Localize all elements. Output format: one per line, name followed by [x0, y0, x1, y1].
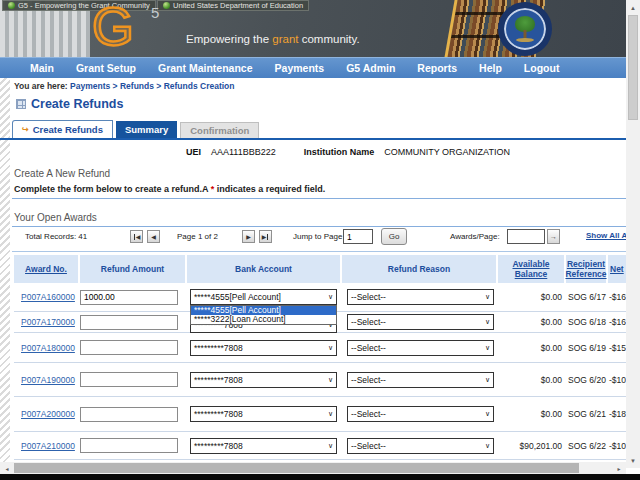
- column-header-available-balance[interactable]: Available Balance: [498, 255, 566, 283]
- jump-to-page-input[interactable]: [343, 229, 373, 244]
- awards-per-page-input[interactable]: [507, 229, 545, 244]
- tab-create-refunds[interactable]: ↪ Create Refunds: [12, 120, 113, 138]
- browser-tab-g5[interactable]: G5 - Empowering the Grant Community: [2, 0, 156, 11]
- go-arrow-icon: →: [550, 233, 557, 240]
- seal-mound: [516, 38, 534, 42]
- uei-label: UEI: [186, 147, 201, 157]
- refund-reason-select[interactable]: --Select-- ∨: [347, 406, 494, 422]
- bank-account-select[interactable]: *****4555[Pell Account] ∨: [190, 289, 337, 305]
- refund-amount-input[interactable]: [80, 290, 178, 305]
- chevron-down-icon: ∨: [328, 410, 333, 418]
- breadcrumb-separator: >: [110, 81, 117, 91]
- net-cell: -$18: [608, 397, 626, 431]
- refund-reason-select[interactable]: --Select-- ∨: [347, 372, 494, 388]
- show-all-awards-link[interactable]: Show All Aw: [586, 231, 626, 240]
- nav-item-payments[interactable]: Payments: [275, 62, 325, 74]
- breadcrumb-prefix: You are here:: [14, 81, 68, 91]
- browser-tab-doe-label: United States Department of Education: [173, 1, 303, 10]
- award-link[interactable]: P007A180000: [21, 343, 75, 353]
- refund-amount-input[interactable]: [80, 372, 178, 387]
- section-title-open-awards: Your Open Awards: [14, 212, 97, 223]
- horizontal-scrollbar[interactable]: ◂ ▸: [0, 462, 626, 474]
- grid-icon: [16, 99, 26, 109]
- bank-account-option[interactable]: *****3222[Loan Account]: [191, 315, 336, 324]
- column-header-net[interactable]: Net: [608, 255, 626, 283]
- refund-amount-input[interactable]: [80, 407, 178, 422]
- award-link[interactable]: P007A160000: [21, 292, 75, 302]
- chevron-down-icon: ∨: [485, 376, 490, 384]
- award-link[interactable]: P007A210000: [21, 441, 75, 451]
- net-cell: -$16: [608, 312, 626, 332]
- first-page-button[interactable]: ◀: [130, 230, 143, 243]
- last-page-button[interactable]: ▶: [259, 230, 272, 243]
- app-icon: [8, 2, 15, 9]
- total-records-label: Total Records: 41: [25, 232, 87, 241]
- column-header-recipient-reference[interactable]: Recipient Reference: [566, 255, 608, 283]
- tagline: Empowering the grant community.: [186, 33, 360, 45]
- page-indicator: Page 1 of 2: [177, 232, 218, 241]
- recipient-reference-cell: SOG 6/18: [566, 312, 608, 332]
- refund-amount-input[interactable]: [80, 340, 178, 355]
- chevron-down-icon: ∨: [328, 344, 333, 352]
- refund-amount-input[interactable]: [80, 315, 178, 330]
- divider: [12, 251, 626, 252]
- nav-item-reports[interactable]: Reports: [417, 62, 457, 74]
- recipient-reference-cell: SOG 6/20: [566, 363, 608, 396]
- scroll-up-icon[interactable]: ▲: [626, 1, 640, 14]
- bank-account-select[interactable]: *********7808 ∨: [190, 438, 337, 454]
- tab-summary[interactable]: Summary: [116, 121, 177, 138]
- refund-reason-select[interactable]: --Select-- ∨: [347, 438, 494, 454]
- chevron-down-icon: ∨: [485, 344, 490, 352]
- vertical-scrollbar[interactable]: ▲ ▼: [626, 0, 640, 468]
- next-page-button[interactable]: ▶: [242, 230, 255, 243]
- nav-item-main[interactable]: Main: [30, 62, 54, 74]
- nav-item-logout[interactable]: Logout: [524, 62, 560, 74]
- scroll-down-icon[interactable]: ▼: [626, 454, 640, 467]
- go-button[interactable]: Go: [381, 228, 407, 245]
- left-margin-texture: [0, 78, 10, 462]
- nav-item-help[interactable]: Help: [479, 62, 502, 74]
- horizontal-scrollbar-thumb[interactable]: [14, 463, 579, 473]
- chevron-down-icon: ∨: [485, 293, 490, 301]
- chevron-down-icon: ∨: [485, 442, 490, 450]
- recipient-reference-cell: SOG 6/22: [566, 432, 608, 459]
- nav-item-grant-setup[interactable]: Grant Setup: [76, 62, 136, 74]
- award-link[interactable]: P007A190000: [21, 375, 75, 385]
- breadcrumb-link-payments[interactable]: Payments: [70, 81, 110, 91]
- bank-account-option[interactable]: *****4555[Pell Account]: [191, 306, 336, 315]
- form-instruction: Complete the form below to create a refu…: [14, 184, 325, 194]
- pagination-bar: Total Records: 41 ◀ ◀ Page 1 of 2 ▶ ▶ Ju…: [0, 228, 626, 250]
- browser-tab-doe[interactable]: United States Department of Education: [157, 0, 309, 11]
- column-header-award-no-[interactable]: Award No.: [14, 255, 80, 283]
- breadcrumb: You are here: Payments > Refunds > Refun…: [14, 81, 235, 91]
- refund-reason-select[interactable]: --Select-- ∨: [347, 314, 494, 330]
- bank-account-select[interactable]: *********7808 ∨: [190, 406, 337, 422]
- recipient-reference-cell: SOG 6/19: [566, 333, 608, 362]
- chevron-down-icon: ∨: [485, 318, 490, 326]
- page-title-label: Create Refunds: [31, 97, 123, 111]
- award-link[interactable]: P007A170000: [21, 317, 75, 327]
- scroll-left-icon[interactable]: ◂: [1, 462, 13, 474]
- column-header-refund-amount: Refund Amount: [80, 255, 187, 283]
- awards-per-page-go-button[interactable]: →: [547, 229, 560, 244]
- tab-confirmation[interactable]: Confirmation: [180, 122, 259, 138]
- refund-reason-select[interactable]: --Select-- ∨: [347, 340, 494, 356]
- chevron-down-icon: ∨: [485, 410, 490, 418]
- nav-item-grant-maintenance[interactable]: Grant Maintenance: [158, 62, 253, 74]
- refund-amount-input[interactable]: [80, 438, 178, 453]
- bank-account-select[interactable]: *********7808 ∨: [190, 340, 337, 356]
- breadcrumb-link-refunds[interactable]: Refunds: [120, 81, 154, 91]
- table-row: P007A190000 *********7808 ∨ --Select-- ∨…: [14, 363, 626, 397]
- award-link[interactable]: P007A200000: [21, 409, 75, 419]
- scroll-right-icon[interactable]: ▸: [613, 462, 625, 474]
- vertical-scrollbar-thumb[interactable]: [628, 15, 638, 120]
- breadcrumb-link-refunds-creation[interactable]: Refunds Creation: [164, 81, 235, 91]
- awards-per-page-label: Awards/Page:: [450, 232, 500, 241]
- main-nav: MainGrant SetupGrant MaintenancePayments…: [0, 57, 626, 78]
- previous-page-button[interactable]: ◀: [147, 230, 160, 243]
- refund-reason-select[interactable]: --Select-- ∨: [347, 289, 494, 305]
- nav-item-g5-admin[interactable]: G5 Admin: [346, 62, 395, 74]
- institution-name-label: Institution Name: [304, 147, 375, 157]
- g5-logo-five: 5: [151, 4, 159, 21]
- bank-account-select[interactable]: *********7808 ∨: [190, 372, 337, 388]
